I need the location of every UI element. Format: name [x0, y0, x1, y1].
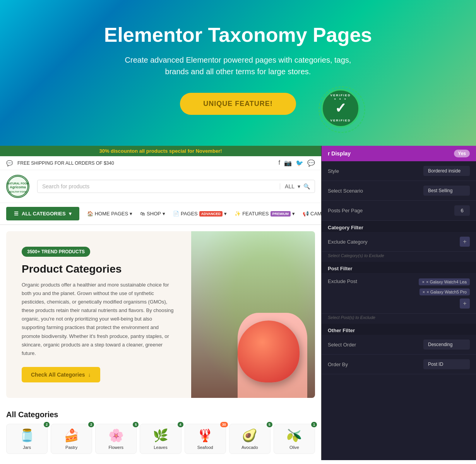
cat-icon-olive: 🫒 — [276, 428, 312, 443]
panel-style-row: Style Bordered inside — [322, 161, 476, 181]
hero-title: Elementor Taxonomy Pages — [8, 23, 468, 46]
store-topbar: 30% discounton all products special for … — [0, 146, 321, 156]
cat-label-olive: Olive — [289, 445, 299, 450]
hero-subtitle: Create advanced Elementor powered pages … — [118, 54, 358, 77]
instagram-icon[interactable]: 📷 — [284, 159, 292, 167]
exclude-category-label: Exclude Category — [328, 239, 368, 245]
list-item[interactable]: 4 🌿 Leaves — [140, 424, 181, 454]
cat-count-badge: 5 — [267, 422, 272, 427]
search-filter[interactable]: ALL ▾ 🔍 — [280, 183, 310, 189]
add-exclude-post-button[interactable]: + — [460, 299, 470, 309]
style-label: Style — [328, 168, 339, 174]
panel-yes-badge: Yes — [454, 150, 470, 157]
exclude-post-tags: × × Galaxy Watch4 Lea × × Galaxy Watch5 … — [419, 278, 470, 309]
list-item[interactable]: 2 🫙 Jars — [6, 424, 48, 454]
chevron-down-icon: ▾ — [130, 211, 132, 217]
shipping-icon: 💬 — [6, 160, 13, 166]
svg-text:Agricoma: Agricoma — [10, 185, 26, 189]
cat-label-flowers: Flowers — [109, 445, 124, 450]
posts-per-page-number[interactable]: 6 — [454, 205, 470, 216]
banner-tag: 3500+ TREND PRODUCTS — [22, 247, 90, 257]
other-filter-section: Other Filter — [322, 324, 476, 335]
nav-social-icons: f 📷 🐦 💬 — [279, 159, 315, 167]
banner-description: Organic products offer a healthier and m… — [22, 281, 176, 358]
svg-text:NATURAL FOOD: NATURAL FOOD — [7, 182, 29, 185]
excluded-post-tag-1: × × Galaxy Watch5 Pro — [419, 288, 470, 295]
cat-count-badge: 2 — [88, 422, 94, 427]
banner-title: Product Categories — [22, 263, 176, 275]
menu-item-home[interactable]: 🏠 HOME PAGES ▾ — [87, 211, 132, 217]
menu-item-pages[interactable]: 📄 PAGES ADVANCED ▾ — [173, 211, 227, 217]
list-item[interactable]: 2 🍰 Pastry — [51, 424, 92, 454]
excluded-tag-x-0[interactable]: × — [422, 280, 424, 284]
select-order-value[interactable]: Descending — [423, 339, 470, 350]
exclude-post-hint: Select Post(s) to Exclude — [322, 314, 476, 324]
panel-order-by-row: Order By Post ID — [322, 355, 476, 374]
home-icon: 🏠 — [87, 211, 93, 217]
search-bar[interactable]: Search for products ALL ▾ 🔍 — [37, 180, 315, 193]
cat-count-badge: 1 — [311, 422, 317, 427]
list-item[interactable]: 5 🥑 Avocado — [229, 424, 271, 454]
cat-icon-flowers: 🌸 — [98, 428, 134, 443]
banner-image-overlay — [191, 231, 315, 398]
logo: NATURAL FOOD Agricoma HEALTHY FOOD — [6, 175, 29, 198]
excluded-tag-x-1[interactable]: × — [423, 290, 425, 294]
search-icon[interactable]: 🔍 — [303, 183, 310, 189]
banner-image — [191, 231, 315, 398]
panel-exclude-category-row: Exclude Category + — [322, 232, 476, 252]
nav-left: 💬 FREE SHIPPING FOR ALL ORDERS OF $340 — [6, 160, 114, 166]
settings-panel: r Display Yes Style Bordered inside Sele… — [321, 146, 476, 460]
cat-count-badge: 2 — [44, 422, 50, 427]
category-grid: 2 🫙 Jars 2 🍰 Pastry 5 🌸 Flowers 4 🌿 Leav… — [0, 424, 321, 460]
verified-badge: VERIFIED ★ ★ ★ ✓ VERIFIED — [321, 89, 360, 128]
store-nav: 💬 FREE SHIPPING FOR ALL ORDERS OF $340 f… — [0, 156, 321, 170]
list-item[interactable]: 5 🌸 Flowers — [95, 424, 137, 454]
order-by-label: Order By — [328, 362, 348, 367]
verified-text-bottom: VERIFIED — [330, 119, 351, 122]
menu-features-label: FEATURES — [242, 211, 269, 217]
categories-label: ALL CATEGORIES — [22, 211, 66, 217]
store-main: 30% discounton all products special for … — [0, 146, 321, 460]
menu-item-features[interactable]: ✨ FEATURES PREMIUM ▾ — [235, 211, 295, 217]
chevron-down-icon: ▾ — [298, 183, 300, 189]
cat-icon-seafood: 🦞 — [187, 428, 223, 443]
panel-header-label: r Display — [328, 150, 351, 157]
list-item[interactable]: 1 🫒 Olive — [274, 424, 315, 454]
hamburger-icon: ☰ — [14, 211, 19, 217]
unique-feature-button[interactable]: UNIQUE FEATURE! — [180, 93, 296, 115]
excluded-tag-label-1: × Galaxy Watch5 Pro — [426, 290, 467, 294]
cat-icon-avocado: 🥑 — [232, 428, 268, 443]
chevron-down-icon: ▾ — [224, 211, 227, 217]
all-categories-button[interactable]: ☰ ALL CATEGORIES ▾ — [6, 207, 79, 220]
hero-section: Elementor Taxonomy Pages Create advanced… — [0, 0, 476, 146]
cat-count-badge: 30 — [220, 422, 228, 427]
search-placeholder-text: Search for products — [42, 183, 277, 189]
features-badge: PREMIUM — [271, 211, 291, 217]
chevron-icon: ▾ — [69, 211, 72, 217]
shop-icon: 🛍 — [140, 211, 145, 217]
menu-shop-label: SHOP — [147, 211, 161, 217]
chevron-down-icon: ▾ — [163, 211, 165, 217]
cat-label-pastry: Pastry — [65, 445, 77, 450]
pages-icon: 📄 — [173, 211, 179, 217]
all-categories-heading: All Categories — [0, 404, 321, 424]
twitter-icon[interactable]: 🐦 — [296, 159, 303, 167]
store-wrapper: 30% discounton all products special for … — [0, 146, 476, 460]
chevron-down-icon: ▾ — [292, 211, 295, 217]
scenario-select[interactable]: Best Selling — [423, 186, 470, 196]
topbar-prefix: 30% — [99, 148, 111, 154]
cat-icon-pastry: 🍰 — [53, 428, 89, 443]
order-by-value[interactable]: Post ID — [423, 359, 470, 369]
facebook-icon[interactable]: f — [279, 159, 280, 167]
chat-icon[interactable]: 💬 — [307, 159, 315, 167]
posts-per-page-label: Posts Per Page — [328, 208, 363, 213]
menu-item-shop[interactable]: 🛍 SHOP ▾ — [140, 211, 165, 217]
style-select[interactable]: Bordered inside — [423, 166, 470, 176]
cat-label-avocado: Avocado — [241, 445, 258, 450]
exclude-category-hint: Select Category(s) to Exclude — [322, 252, 476, 262]
cat-count-badge: 4 — [178, 422, 183, 427]
svg-text:HEALTHY FOOD: HEALTHY FOOD — [9, 191, 27, 193]
list-item[interactable]: 30 🦞 Seafood — [185, 424, 226, 454]
add-exclude-category-button[interactable]: + — [460, 237, 470, 247]
check-all-categories-button[interactable]: Check All Categories ↓ — [22, 367, 100, 382]
